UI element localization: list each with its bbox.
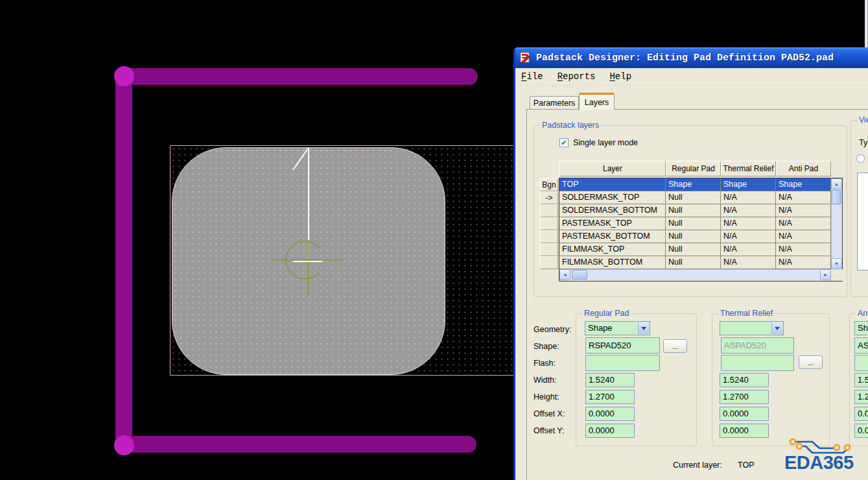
scroll-down-button[interactable]: ▼ — [831, 258, 842, 269]
table-row-top[interactable]: TOP Shape Shape Shape — [559, 178, 831, 191]
row-marker[interactable] — [540, 243, 558, 256]
cell-thermal-relief[interactable]: N/A — [721, 243, 776, 256]
thermal-relief-width-field[interactable]: 1.5240 — [720, 373, 769, 387]
thermal-relief-shape-field[interactable]: ASPAD520 — [721, 337, 794, 354]
title-bar[interactable]: Padstack Designer: Editing Pad Definitio… — [513, 47, 868, 68]
cell-regular-pad[interactable]: Null — [666, 191, 721, 204]
pad-annotation-overlay — [0, 0, 513, 480]
menu-file[interactable]: File — [521, 71, 543, 82]
tab-layers[interactable]: Layers — [579, 93, 615, 110]
views-type-radio[interactable] — [856, 154, 865, 163]
cell-layer[interactable]: PASTEMASK_TOP — [559, 217, 666, 230]
table-horizontal-scrollbar[interactable]: ◄ ► — [559, 269, 831, 280]
cell-layer[interactable]: FILMMASK_TOP — [559, 243, 666, 256]
thermal-relief-group-label: Thermal Relief — [718, 309, 775, 318]
table-vertical-scrollbar[interactable]: ▲ ▼ — [831, 178, 842, 269]
row-marker[interactable] — [540, 217, 558, 230]
cell-thermal-relief[interactable]: Shape — [721, 178, 776, 191]
table-row-soldermask-top[interactable]: SOLDERMASK_TOP Null N/A N/A — [559, 191, 831, 204]
padstack-designer-window: Padstack Designer: Editing Pad Definitio… — [513, 47, 868, 480]
cell-regular-pad[interactable]: Null — [666, 230, 721, 243]
horizontal-scroll-thumb[interactable] — [572, 270, 587, 280]
row-marker[interactable] — [540, 230, 558, 243]
checkmark-icon: ✔ — [561, 139, 567, 146]
table-row-filmmask-bottom[interactable]: FILMMASK_BOTTOM Null N/A N/A — [559, 256, 831, 269]
cell-anti-pad[interactable]: Shape — [776, 178, 831, 191]
tab-parameters[interactable]: Parameters — [530, 96, 579, 110]
regular-pad-flash-field[interactable] — [585, 355, 660, 371]
chevron-down-icon[interactable] — [771, 322, 782, 334]
cell-regular-pad[interactable]: Null — [666, 243, 721, 256]
anti-pad-height-field[interactable]: 1.2700 — [854, 390, 868, 404]
col-header-layer[interactable]: Layer — [559, 161, 666, 176]
cell-thermal-relief[interactable]: N/A — [721, 217, 776, 230]
menu-help[interactable]: Help — [609, 71, 631, 82]
row-marker-bgn[interactable]: Bgn — [540, 178, 558, 191]
table-row-pastemask-top[interactable]: PASTEMASK_TOP Null N/A N/A — [559, 217, 831, 230]
cell-layer[interactable]: SOLDERMASK_TOP — [559, 191, 666, 204]
origin-crosshair — [272, 240, 344, 296]
cell-anti-pad[interactable]: N/A — [776, 191, 831, 204]
cell-thermal-relief[interactable]: N/A — [721, 256, 776, 269]
chevron-down-icon[interactable] — [638, 322, 649, 334]
col-header-regular-pad[interactable]: Regular Pad — [666, 161, 721, 176]
cell-regular-pad[interactable]: Null — [666, 256, 721, 269]
regular-pad-offset-y-field[interactable]: 0.0000 — [585, 424, 635, 438]
cell-anti-pad[interactable]: N/A — [776, 217, 831, 230]
cell-regular-pad[interactable]: Null — [666, 217, 721, 230]
width-label: Width: — [534, 376, 556, 385]
cell-anti-pad[interactable]: N/A — [776, 243, 831, 256]
thermal-relief-geometry-dropdown[interactable] — [720, 321, 784, 335]
scroll-left-button[interactable]: ◄ — [559, 269, 570, 280]
thermal-relief-browse-button[interactable]: ... — [799, 355, 823, 369]
cell-regular-pad[interactable]: Shape — [666, 178, 721, 191]
row-marker-arrow[interactable]: -> — [540, 191, 558, 204]
cell-thermal-relief[interactable]: N/A — [721, 191, 776, 204]
menu-reports[interactable]: Reports — [557, 71, 596, 82]
regular-pad-width-field[interactable]: 1.5240 — [585, 373, 635, 387]
cell-thermal-relief[interactable]: N/A — [721, 204, 776, 217]
pcb-canvas[interactable] — [0, 0, 513, 480]
regular-pad-height-field[interactable]: 1.2700 — [585, 390, 635, 404]
height-label: Height: — [534, 392, 559, 402]
thermal-relief-height-field[interactable]: 1.2700 — [720, 390, 769, 404]
window-left-border — [513, 47, 515, 480]
menu-bar: File Reports Help — [515, 68, 868, 86]
thermal-relief-flash-field[interactable] — [721, 355, 794, 371]
regular-pad-shape-field[interactable]: RSPAD520 — [585, 337, 660, 354]
anti-pad-offset-x-field[interactable]: 0.0000 — [854, 407, 868, 421]
anti-pad-geometry-dropdown[interactable]: Shape — [854, 321, 868, 335]
anti-pad-width-field[interactable]: 1.5240 — [854, 373, 868, 387]
cell-regular-pad[interactable]: Null — [666, 204, 721, 217]
cell-anti-pad[interactable]: N/A — [776, 230, 831, 243]
cell-anti-pad[interactable]: N/A — [776, 204, 831, 217]
regular-pad-geometry-dropdown[interactable]: Shape — [585, 321, 650, 335]
cell-layer[interactable]: PASTEMASK_BOTTOM — [559, 230, 666, 243]
scroll-right-button[interactable]: ► — [820, 269, 831, 280]
regular-pad-offset-x-field[interactable]: 0.0000 — [585, 407, 635, 421]
current-layer-label: Current layer: — [673, 461, 722, 470]
cell-thermal-relief[interactable]: N/A — [721, 230, 776, 243]
cell-layer[interactable]: SOLDERMASK_BOTTOM — [559, 204, 666, 217]
anti-pad-shape-field[interactable]: ASPAD520 — [854, 337, 868, 354]
anti-pad-flash-field[interactable] — [854, 355, 868, 371]
thermal-relief-offset-x-field[interactable]: 0.0000 — [720, 407, 769, 421]
table-row-pastemask-bottom[interactable]: PASTEMASK_BOTTOM Null N/A N/A — [559, 230, 831, 243]
cell-layer[interactable]: FILMMASK_BOTTOM — [559, 256, 666, 269]
scroll-up-button[interactable]: ▲ — [831, 178, 842, 189]
row-marker[interactable] — [540, 256, 558, 269]
cell-layer[interactable]: TOP — [559, 178, 666, 191]
cell-anti-pad[interactable]: N/A — [776, 256, 831, 269]
padstack-layers-group-label: Padstack layers — [540, 121, 601, 130]
col-header-anti-pad[interactable]: Anti Pad — [776, 161, 831, 176]
thermal-relief-offset-y-field[interactable]: 0.0000 — [720, 424, 769, 438]
single-layer-mode-checkbox[interactable]: ✔ — [559, 138, 569, 147]
shape-label: Shape: — [534, 342, 559, 351]
col-header-thermal-relief[interactable]: Thermal Relief — [721, 161, 776, 176]
current-layer-value: TOP — [738, 461, 754, 470]
row-marker[interactable] — [540, 204, 558, 217]
table-row-soldermask-bottom[interactable]: SOLDERMASK_BOTTOM Null N/A N/A — [559, 204, 831, 217]
table-row-filmmask-top[interactable]: FILMMASK_TOP Null N/A N/A — [559, 243, 831, 256]
regular-pad-browse-button[interactable]: ... — [663, 339, 687, 353]
vertical-scroll-thumb[interactable] — [832, 190, 841, 204]
